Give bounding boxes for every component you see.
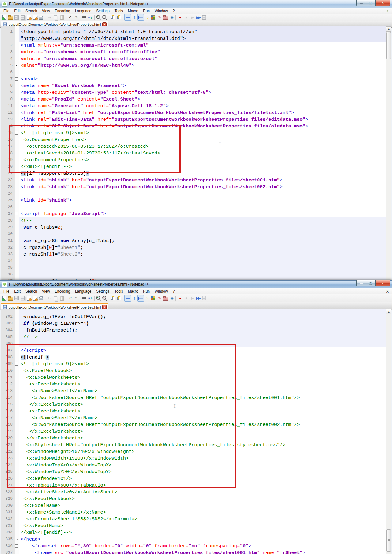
toolbar-macro-play-icon[interactable]: ▶ xyxy=(189,14,195,20)
toolbar-sync-horizontal-scroll-icon[interactable] xyxy=(116,14,122,20)
code-line-330[interactable]: 330 <x:ExcelName> xyxy=(1,502,386,509)
toolbar-find-icon[interactable] xyxy=(81,14,87,20)
toolbar-zoom-out-icon[interactable] xyxy=(102,295,108,301)
code-line-24[interactable]: 24 xyxy=(1,190,386,197)
toolbar-zoom-in-icon[interactable] xyxy=(96,14,102,20)
toolbar-cut-icon[interactable]: ✂ xyxy=(46,14,52,20)
toolbar-macro-record-icon[interactable]: ● xyxy=(177,295,183,301)
code-line-28[interactable]: 28<!-- xyxy=(1,217,386,224)
code-line-10[interactable]: 10<meta name="ProgId" content="Excel.She… xyxy=(1,96,386,103)
toolbar-open-file-icon[interactable] xyxy=(7,14,13,20)
code-line-333[interactable]: 333 </x:ExcelName> xyxy=(1,522,386,529)
toolbar-show-all-characters-icon[interactable]: ¶ xyxy=(131,295,137,301)
menu-language[interactable]: Language xyxy=(73,9,94,13)
scrollbar-thumb[interactable] xyxy=(386,529,391,552)
toolbar-file-monitor-icon[interactable]: ◉ xyxy=(168,14,175,20)
close-button[interactable]: ✕ xyxy=(375,280,390,286)
minimize-button[interactable]: — xyxy=(356,280,366,286)
tab-close-icon[interactable]: x xyxy=(102,305,107,309)
code-line-36[interactable]: 36 xyxy=(1,271,386,278)
toolbar-sync-horizontal-scroll-icon[interactable] xyxy=(116,295,122,301)
code-line-334[interactable]: 334</xml><![endif]--> xyxy=(1,529,386,536)
menu-settings[interactable]: Settings xyxy=(94,289,112,294)
toolbar-show-indent-guide-icon[interactable] xyxy=(137,295,144,302)
toolbar-close-all-icon[interactable] xyxy=(32,295,38,301)
code-line-29[interactable]: 29 var c_lTabs=2; xyxy=(1,224,386,231)
minimize-button[interactable]: — xyxy=(356,0,366,6)
toolbar-macro-run-multiple-icon[interactable]: ▶▶ xyxy=(195,14,201,20)
menu-view[interactable]: View xyxy=(40,289,52,294)
code-line-32[interactable]: 32 c_rgszSh[0]="Sheet1"; xyxy=(1,244,386,251)
menu-tools[interactable]: Tools xyxy=(112,9,126,13)
code-line-22[interactable]: 22<link id="shLink" href="outputExportDo… xyxy=(1,177,386,184)
toolbar-paste-icon[interactable] xyxy=(58,295,65,301)
tab-close-icon[interactable]: x xyxy=(102,22,107,27)
code-line-331[interactable]: 331 <x:Name>SampleName1</x:Name> xyxy=(1,509,386,516)
code-line-31[interactable]: 31 var c_rgszSh=new Array(c_lTabs); xyxy=(1,237,386,244)
toolbar-print-icon[interactable] xyxy=(38,14,44,20)
toolbar-close-icon[interactable] xyxy=(26,295,32,301)
toolbar-show-indent-guide-icon[interactable] xyxy=(137,14,144,21)
menu-macro[interactable]: Macro xyxy=(126,9,141,13)
code-line-9[interactable]: 9<meta http-equiv="Content-Type" content… xyxy=(1,89,386,96)
toolbar-document-switcher-icon[interactable]: ✎ xyxy=(156,295,162,301)
code-line-30[interactable]: 30 xyxy=(1,231,386,237)
menu-window[interactable]: Window xyxy=(152,289,170,294)
toolbar-zoom-out-icon[interactable] xyxy=(102,14,108,20)
toolbar-new-file-icon[interactable] xyxy=(1,295,7,301)
maximize-button[interactable]: ❐ xyxy=(366,280,375,286)
code-line-336[interactable]: 336 <frameset rows="*,39" border="0" wid… xyxy=(1,543,386,549)
toolbar-sync-vertical-scroll-icon[interactable] xyxy=(110,295,116,301)
toolbar-undo-icon[interactable]: ↶ xyxy=(67,295,73,301)
toolbar-open-file-icon[interactable] xyxy=(7,295,13,301)
toolbar-close-all-icon[interactable] xyxy=(32,14,38,20)
code-line-329[interactable]: 329 </x:ExcelWorkbook> xyxy=(1,495,386,502)
vertical-scrollbar[interactable]: ▲ xyxy=(386,26,391,280)
code-line-332[interactable]: 332 <x:Formula>Sheet1!$B$2:$D$2</x:Formu… xyxy=(1,516,386,522)
menu-run[interactable]: Run xyxy=(141,9,152,13)
code-line-34[interactable]: 34 xyxy=(1,258,386,264)
menubar-close-icon[interactable]: X xyxy=(386,9,391,13)
code-line-13[interactable]: 13<link rel="Edit-Time-Data" href="outpu… xyxy=(1,116,386,123)
toolbar-document-switcher-icon[interactable]: ✎ xyxy=(156,14,162,20)
menu-window[interactable]: Window xyxy=(152,9,170,13)
code-line-305[interactable]: 305 //--> xyxy=(1,334,386,340)
title-bar[interactable]: F:\Download\outputExportDocumentWorkbook… xyxy=(0,0,392,8)
toolbar-new-file-icon[interactable] xyxy=(1,14,7,20)
scroll-up-arrow[interactable]: ▲ xyxy=(386,309,391,314)
title-bar[interactable]: F:\Download\outputExportDocumentWorkbook… xyxy=(0,281,392,288)
menubar-close-icon[interactable]: X xyxy=(386,290,391,293)
code-line-25[interactable]: 25<link id="shLink"> xyxy=(1,197,386,204)
toolbar-copy-icon[interactable] xyxy=(52,14,58,20)
code-line-302[interactable]: 302 window.g_iIEVer=fnGetIEVer(); xyxy=(1,313,386,320)
toolbar-macro-stop-icon[interactable]: ■ xyxy=(183,14,189,20)
maximize-button[interactable]: ❐ xyxy=(366,0,375,6)
toolbar-file-monitor-icon[interactable]: ◉ xyxy=(168,295,175,301)
code-line-337[interactable]: 337 <frame src="outputExportDocumentWork… xyxy=(1,549,386,554)
toolbar-save-icon[interactable] xyxy=(13,14,20,20)
toolbar-cut-icon[interactable]: ✂ xyxy=(46,295,52,301)
toolbar-copy-icon[interactable] xyxy=(52,295,58,301)
toolbar-save-all-icon[interactable] xyxy=(20,14,26,20)
menu-tools[interactable]: Tools xyxy=(112,289,126,294)
toolbar-function-list-icon[interactable]: ϟ xyxy=(144,295,150,301)
menu-settings[interactable]: Settings xyxy=(94,9,112,13)
menu-file[interactable]: File xyxy=(1,9,12,13)
menu-file[interactable]: File xyxy=(1,289,12,294)
toolbar-show-all-characters-icon[interactable]: ¶ xyxy=(131,14,137,20)
code-line-2[interactable]: 2<html xmlns:v="urn:schemas-microsoft-co… xyxy=(1,42,386,49)
scroll-up-arrow[interactable]: ▲ xyxy=(386,26,391,32)
toolbar-redo-icon[interactable]: ↷ xyxy=(73,14,79,20)
code-line-303[interactable]: 303 if (window.g_iIEVer>=4) xyxy=(1,320,386,327)
code-line-1[interactable]: 1<!doctype html public "-//w3c//dtd xhtm… xyxy=(1,28,386,35)
toolbar-close-icon[interactable] xyxy=(26,14,32,20)
code-line-328[interactable]: 328 <x:ActiveSheet>0</x:ActiveSheet> xyxy=(1,489,386,495)
code-line-27[interactable]: 27<script language="JavaScript"> xyxy=(1,211,386,217)
menu-encoding[interactable]: Encoding xyxy=(52,289,73,294)
scrollbar-thumb[interactable] xyxy=(386,32,391,59)
toolbar-macro-play-icon[interactable]: ▶ xyxy=(189,295,195,301)
toolbar-undo-icon[interactable]: ↶ xyxy=(67,14,73,20)
code-line-37[interactable]: 37 var c_rgszClr=new Array(8); xyxy=(1,278,386,280)
toolbar-document-map-icon[interactable] xyxy=(150,14,156,20)
code-line-304[interactable]: 304 fnBuildFrameset(); xyxy=(1,327,386,334)
